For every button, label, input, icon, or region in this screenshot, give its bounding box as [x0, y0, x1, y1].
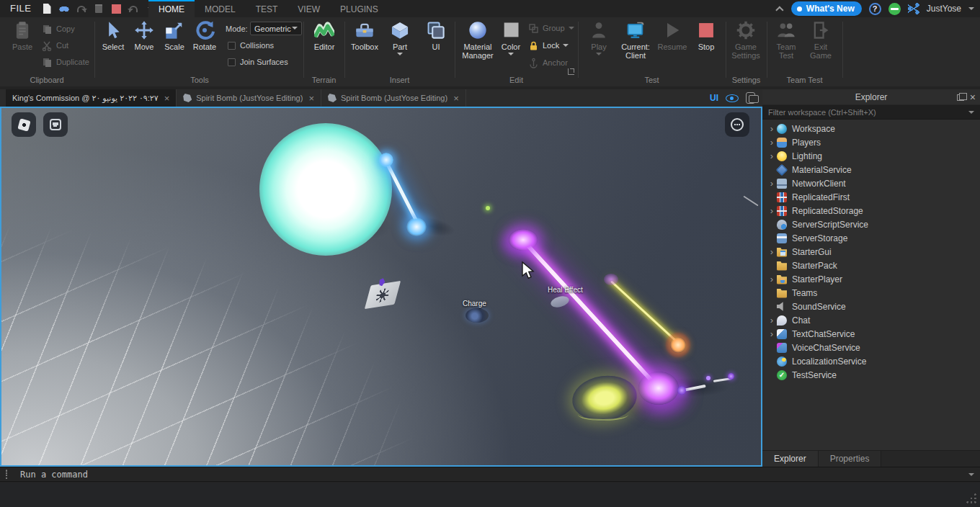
close-tab-icon[interactable]: ×	[453, 93, 459, 104]
expand-chevron-icon[interactable]: ›	[767, 138, 777, 147]
tree-row-soundservice[interactable]: › SoundService	[762, 300, 980, 313]
group-button[interactable]: Group	[528, 21, 574, 35]
move-tool-button[interactable]: Move	[128, 20, 161, 51]
whats-new-button[interactable]: What's New	[791, 1, 862, 16]
document-tab[interactable]: King's Commission @ ٠٩:٢٧ ٢٠٢٢ يونيو ٢٠ …	[6, 89, 177, 107]
tree-row-localizationservice[interactable]: › LocalizationService	[762, 354, 980, 368]
share-icon[interactable]	[908, 3, 919, 14]
tree-row-voicechatservice[interactable]: › VoiceChatService	[762, 341, 980, 354]
part-button[interactable]: Part	[383, 20, 416, 58]
tree-row-serverscriptservice[interactable]: › ServerScriptService	[762, 217, 980, 231]
resume-button[interactable]: Resume	[656, 20, 689, 51]
close-panel-icon[interactable]: ×	[970, 92, 976, 102]
tree-row-networkclient[interactable]: › NetworkClient	[762, 176, 980, 190]
command-bar[interactable]: Run a command	[0, 467, 980, 482]
tree-row-chat[interactable]: › Chat	[762, 313, 980, 327]
save-icon[interactable]	[40, 3, 53, 14]
tree-row-testservice[interactable]: › TestService	[762, 368, 980, 382]
panel-tab-explorer[interactable]: Explorer	[762, 451, 819, 467]
command-input[interactable]: Run a command	[20, 470, 88, 480]
cut-button[interactable]: Cut	[42, 38, 68, 53]
play-button[interactable]: Play	[582, 20, 615, 58]
eye-icon[interactable]	[726, 94, 739, 102]
drag-handle-icon[interactable]	[3, 470, 10, 479]
material-manager-button[interactable]: Material Manager	[459, 20, 496, 60]
tree-row-textchatservice[interactable]: › TextChatService	[762, 327, 980, 341]
ui-visibility-label[interactable]: UI	[710, 93, 718, 103]
tree-row-starterpack[interactable]: › StarterPack	[762, 259, 980, 272]
account-caret-icon[interactable]	[968, 7, 974, 13]
collisions-checkbox[interactable]	[228, 42, 236, 50]
username[interactable]: JustYose	[927, 4, 961, 14]
explorer-header[interactable]: Explorer ×	[762, 89, 980, 105]
tree-row-players[interactable]: › Players	[762, 135, 980, 149]
ribbon-tab-test[interactable]: TEST	[246, 0, 288, 17]
select-tool-button[interactable]: Select	[97, 20, 130, 51]
close-tab-icon[interactable]: ×	[308, 93, 314, 104]
terrain-editor-button[interactable]: Editor	[308, 20, 341, 51]
tree-row-workspace[interactable]: › Workspace	[762, 122, 980, 135]
team-test-button[interactable]: Team Test	[770, 20, 803, 60]
float-panel-icon[interactable]	[957, 94, 964, 101]
tree-row-serverstorage[interactable]: › ServerStorage	[762, 231, 980, 245]
rotate-tool-button[interactable]: Rotate	[188, 20, 221, 51]
edit-dialog-launcher-icon[interactable]	[568, 68, 574, 75]
resize-grip-icon[interactable]	[966, 493, 977, 504]
tree-row-teams[interactable]: › Teams	[762, 286, 980, 300]
ribbon-tab-view[interactable]: VIEW	[288, 0, 330, 17]
presence-status-icon[interactable]	[888, 3, 901, 15]
paste-icon[interactable]	[92, 3, 105, 14]
stop-icon[interactable]	[110, 3, 122, 14]
duplicate-button[interactable]: Duplicate	[42, 55, 89, 69]
undo-icon[interactable]	[127, 3, 140, 14]
ribbon-tab-model[interactable]: MODEL	[195, 0, 246, 17]
edit-group-label: Edit	[455, 76, 578, 84]
color-button[interactable]: Color	[496, 20, 525, 58]
collapse-ribbon-icon[interactable]	[775, 6, 783, 14]
panel-tab-properties[interactable]: Properties	[819, 451, 882, 467]
ribbon-tab-home[interactable]: HOME	[148, 0, 195, 17]
copy-button[interactable]: Copy	[42, 22, 75, 36]
current-client-button[interactable]: Current: Client	[617, 20, 654, 60]
ribbon-tab-plugins[interactable]: PLUGINS	[330, 0, 388, 17]
close-tab-icon[interactable]: ×	[164, 93, 170, 104]
expand-chevron-icon[interactable]: ›	[767, 315, 777, 325]
filter-workspace-input[interactable]: Filter workspace (Ctrl+Shift+X)	[762, 105, 980, 120]
document-tab[interactable]: Spirit Bomb (JustYose Editing) ×	[177, 89, 321, 107]
tree-row-startergui[interactable]: › StarterGui	[762, 245, 980, 259]
tree-row-replicatedstorage[interactable]: › ReplicatedStorage	[762, 204, 980, 217]
mode-dropdown[interactable]: Geometric	[250, 22, 302, 35]
ui-button[interactable]: UI	[419, 20, 453, 51]
game-settings-button[interactable]: Game Settings	[729, 20, 763, 60]
scale-tool-button[interactable]: Scale	[158, 20, 191, 51]
help-icon[interactable]: ?	[869, 3, 881, 15]
tree-row-replicatedfirst[interactable]: › ReplicatedFirst	[762, 190, 980, 204]
expand-chevron-icon[interactable]: ›	[767, 206, 777, 215]
join-surfaces-checkbox[interactable]	[228, 58, 236, 66]
stop-button[interactable]: Stop	[690, 20, 723, 51]
expand-chevron-icon[interactable]: ›	[767, 247, 777, 256]
expand-chevron-icon[interactable]: ›	[767, 151, 777, 161]
redo-icon[interactable]	[75, 3, 88, 14]
lock-button[interactable]: Lock	[528, 38, 569, 53]
file-menu-button[interactable]: FILE	[10, 0, 31, 17]
viewport-3d[interactable]: Charge Heal Effect	[0, 107, 762, 467]
expand-chevron-icon[interactable]: ›	[767, 179, 777, 188]
expand-chevron-icon[interactable]: ›	[767, 124, 777, 133]
expand-chevron-icon[interactable]: ›	[767, 274, 777, 284]
command-caret-icon[interactable]	[968, 473, 974, 479]
roblox-logo-button[interactable]	[12, 112, 36, 137]
script-menu-button[interactable]	[43, 112, 68, 137]
device-emulator-icon[interactable]	[746, 92, 755, 104]
paste-button[interactable]: Paste	[6, 20, 39, 51]
document-tab[interactable]: Spirit Bomb (JustYose Editing) ×	[321, 89, 466, 107]
tree-row-starterplayer[interactable]: › StarterPlayer	[762, 272, 980, 286]
toolbox-button[interactable]: Toolbox	[348, 20, 381, 51]
anchor-button[interactable]: Anchor	[528, 55, 568, 70]
more-options-button[interactable]	[725, 112, 749, 137]
tree-row-materialservice[interactable]: › MaterialService	[762, 163, 980, 176]
find-icon[interactable]	[58, 3, 71, 14]
expand-chevron-icon[interactable]: ›	[767, 329, 777, 338]
tree-row-lighting[interactable]: › Lighting	[762, 149, 980, 163]
exit-game-button[interactable]: Exit Game	[804, 20, 837, 60]
